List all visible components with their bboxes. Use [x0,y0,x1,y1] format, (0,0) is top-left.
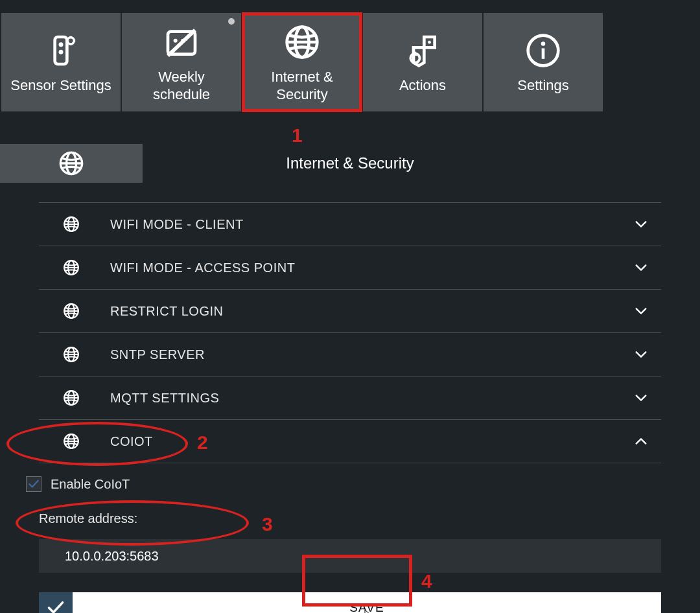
svg-point-6 [67,38,74,44]
save-row: SAVE [39,592,661,613]
acc-label: WIFI MODE - ACCESS POINT [110,260,634,275]
acc-restrict-login[interactable]: RESTRICT LOGIN [39,289,661,332]
acc-coiot[interactable]: COIOT [39,419,661,463]
chevron-up-icon [634,434,648,448]
notification-dot-icon [228,18,235,25]
save-check-icon [39,592,73,613]
enable-coiot-label: Enable CoIoT [51,477,130,492]
acc-sntp[interactable]: SNTP SERVER [39,332,661,376]
globe-icon [58,150,84,176]
tab-label: Weekly schedule [153,68,210,104]
chevron-down-icon [634,260,648,275]
acc-label: MQTT SETTINGS [110,391,634,406]
acc-wifi-client[interactable]: WIFI MODE - CLIENT [39,202,661,246]
globe-icon [62,432,81,451]
svg-rect-18 [542,49,545,59]
svg-point-15 [428,41,431,44]
acc-wifi-ap[interactable]: WIFI MODE - ACCESS POINT [39,246,661,289]
tab-label: Actions [399,76,446,95]
svg-point-4 [59,42,64,47]
accordion: WIFI MODE - CLIENT WIFI MODE - ACCESS PO… [0,202,700,463]
tab-weekly-schedule[interactable]: Weekly schedule [122,13,241,111]
coiot-panel: Enable CoIoT Remote address: SAVE [0,463,700,613]
save-button[interactable]: SAVE [73,592,661,613]
section-icon-tile [0,144,143,183]
enable-coiot-checkbox[interactable] [26,476,41,492]
actions-icon [404,30,441,71]
svg-point-5 [59,50,64,54]
section-title: Internet & Security [143,154,700,172]
globe-icon [284,21,320,63]
tab-actions[interactable]: Actions [363,13,482,111]
tab-sensor-settings[interactable]: Sensor Settings [1,13,121,111]
globe-icon [62,214,81,234]
enable-coiot-row: Enable CoIoT [26,476,700,492]
globe-icon [62,258,81,277]
chevron-down-icon [634,391,648,405]
globe-icon [62,301,81,321]
chevron-down-icon [634,217,648,231]
info-icon [525,30,561,71]
annotation-1: 1 [292,124,303,146]
chevron-down-icon [634,304,648,318]
svg-point-12 [174,38,178,42]
section-header: Internet & Security [0,144,700,183]
tab-label: Internet & Security [271,68,332,104]
svg-line-14 [168,30,195,56]
remote-address-input[interactable] [39,539,661,573]
calendar-slash-icon [163,21,200,63]
tab-settings[interactable]: Settings [484,13,603,111]
globe-icon [62,345,81,364]
tab-bar: Sensor Settings Weekly schedule Internet… [0,0,700,111]
tab-label: Sensor Settings [10,76,111,95]
cursor-icon [363,609,373,613]
globe-icon [62,388,81,408]
svg-point-17 [541,41,546,46]
tab-internet-security[interactable]: Internet & Security [242,13,362,111]
acc-label: COIOT [110,434,634,449]
sensor-settings-icon [43,30,79,71]
remote-address-label: Remote address: [39,511,700,526]
acc-label: SNTP SERVER [110,347,634,362]
acc-label: RESTRICT LOGIN [110,304,634,319]
acc-mqtt[interactable]: MQTT SETTINGS [39,376,661,419]
chevron-down-icon [634,347,648,362]
tab-label: Settings [517,76,569,95]
acc-label: WIFI MODE - CLIENT [110,217,634,232]
